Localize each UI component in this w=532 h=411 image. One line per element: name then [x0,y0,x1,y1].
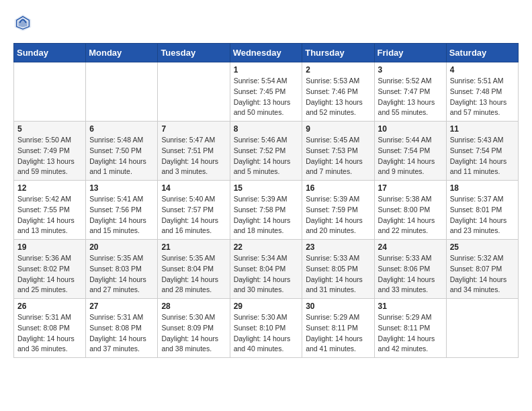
weekday-saturday: Saturday [446,44,518,62]
day-info-7: Sunrise: 5:47 AM Sunset: 7:51 PM Dayligh… [161,135,226,177]
day-number-28: 28 [161,302,226,311]
day-number-12: 12 [17,183,82,193]
day-number-8: 8 [234,124,299,134]
empty-cell [158,62,230,122]
day-number-15: 15 [234,183,299,193]
day-1: 1Sunrise: 5:54 AM Sunset: 7:45 PM Daylig… [230,62,302,122]
day-number-1: 1 [234,65,299,75]
day-info-24: Sunrise: 5:33 AM Sunset: 8:06 PM Dayligh… [378,253,443,295]
day-info-17: Sunrise: 5:38 AM Sunset: 8:00 PM Dayligh… [378,194,443,236]
day-info-8: Sunrise: 5:46 AM Sunset: 7:52 PM Dayligh… [234,135,299,177]
weekday-thursday: Thursday [302,44,374,62]
day-31: 31Sunrise: 5:29 AM Sunset: 8:11 PM Dayli… [374,299,446,358]
empty-cell [14,62,86,122]
day-number-7: 7 [161,124,226,134]
day-18: 18Sunrise: 5:37 AM Sunset: 8:01 PM Dayli… [446,181,518,240]
calendar: SundayMondayTuesdayWednesdayThursdayFrid… [13,43,519,358]
day-20: 20Sunrise: 5:35 AM Sunset: 8:03 PM Dayli… [86,240,158,299]
day-info-1: Sunrise: 5:54 AM Sunset: 7:45 PM Dayligh… [234,76,299,118]
day-22: 22Sunrise: 5:34 AM Sunset: 8:04 PM Dayli… [230,240,302,299]
day-number-16: 16 [306,183,370,193]
weekday-wednesday: Wednesday [230,44,302,62]
day-number-18: 18 [450,183,515,193]
day-25: 25Sunrise: 5:32 AM Sunset: 8:07 PM Dayli… [446,240,518,299]
day-info-23: Sunrise: 5:33 AM Sunset: 8:05 PM Dayligh… [306,253,370,295]
day-info-27: Sunrise: 5:31 AM Sunset: 8:08 PM Dayligh… [89,312,154,355]
day-29: 29Sunrise: 5:30 AM Sunset: 8:10 PM Dayli… [230,299,302,358]
day-number-27: 27 [89,302,154,311]
day-number-31: 31 [378,302,443,311]
day-info-31: Sunrise: 5:29 AM Sunset: 8:11 PM Dayligh… [378,312,443,355]
logo-icon [13,13,32,32]
day-number-6: 6 [89,124,154,134]
week-row-4: 19Sunrise: 5:36 AM Sunset: 8:02 PM Dayli… [14,240,519,299]
day-info-28: Sunrise: 5:30 AM Sunset: 8:09 PM Dayligh… [161,312,226,355]
day-number-17: 17 [378,183,443,193]
day-28: 28Sunrise: 5:30 AM Sunset: 8:09 PM Dayli… [158,299,230,358]
day-info-21: Sunrise: 5:35 AM Sunset: 8:04 PM Dayligh… [161,253,226,295]
day-9: 9Sunrise: 5:45 AM Sunset: 7:53 PM Daylig… [302,122,374,181]
week-row-2: 5Sunrise: 5:50 AM Sunset: 7:49 PM Daylig… [14,122,519,181]
day-number-14: 14 [161,183,226,193]
day-info-4: Sunrise: 5:51 AM Sunset: 7:48 PM Dayligh… [450,76,515,118]
day-info-12: Sunrise: 5:42 AM Sunset: 7:55 PM Dayligh… [17,194,82,236]
day-17: 17Sunrise: 5:38 AM Sunset: 8:00 PM Dayli… [374,181,446,240]
day-number-3: 3 [378,65,443,75]
day-info-6: Sunrise: 5:48 AM Sunset: 7:50 PM Dayligh… [89,135,154,177]
day-15: 15Sunrise: 5:39 AM Sunset: 7:58 PM Dayli… [230,181,302,240]
day-number-21: 21 [161,242,226,252]
day-info-5: Sunrise: 5:50 AM Sunset: 7:49 PM Dayligh… [17,135,82,177]
day-6: 6Sunrise: 5:48 AM Sunset: 7:50 PM Daylig… [86,122,158,181]
day-number-2: 2 [306,65,370,75]
weekday-sunday: Sunday [14,44,86,62]
day-11: 11Sunrise: 5:43 AM Sunset: 7:54 PM Dayli… [446,122,518,181]
day-number-5: 5 [17,124,82,134]
day-number-10: 10 [378,124,443,134]
weekday-monday: Monday [86,44,158,62]
day-number-19: 19 [17,242,82,252]
day-24: 24Sunrise: 5:33 AM Sunset: 8:06 PM Dayli… [374,240,446,299]
day-13: 13Sunrise: 5:41 AM Sunset: 7:56 PM Dayli… [86,181,158,240]
day-3: 3Sunrise: 5:52 AM Sunset: 7:47 PM Daylig… [374,62,446,122]
day-info-19: Sunrise: 5:36 AM Sunset: 8:02 PM Dayligh… [17,253,82,295]
day-info-22: Sunrise: 5:34 AM Sunset: 8:04 PM Dayligh… [234,253,299,295]
week-row-5: 26Sunrise: 5:31 AM Sunset: 8:08 PM Dayli… [14,299,519,358]
page-header [13,13,519,32]
day-23: 23Sunrise: 5:33 AM Sunset: 8:05 PM Dayli… [302,240,374,299]
day-5: 5Sunrise: 5:50 AM Sunset: 7:49 PM Daylig… [14,122,86,181]
day-info-9: Sunrise: 5:45 AM Sunset: 7:53 PM Dayligh… [306,135,370,177]
week-row-3: 12Sunrise: 5:42 AM Sunset: 7:55 PM Dayli… [14,181,519,240]
day-info-26: Sunrise: 5:31 AM Sunset: 8:08 PM Dayligh… [17,312,82,355]
day-info-16: Sunrise: 5:39 AM Sunset: 7:59 PM Dayligh… [306,194,370,236]
day-info-3: Sunrise: 5:52 AM Sunset: 7:47 PM Dayligh… [378,76,443,118]
day-info-13: Sunrise: 5:41 AM Sunset: 7:56 PM Dayligh… [89,194,154,236]
day-number-11: 11 [450,124,515,134]
day-info-18: Sunrise: 5:37 AM Sunset: 8:01 PM Dayligh… [450,194,515,236]
day-number-23: 23 [306,242,370,252]
day-info-11: Sunrise: 5:43 AM Sunset: 7:54 PM Dayligh… [450,135,515,177]
day-27: 27Sunrise: 5:31 AM Sunset: 8:08 PM Dayli… [86,299,158,358]
day-info-14: Sunrise: 5:40 AM Sunset: 7:57 PM Dayligh… [161,194,226,236]
day-number-13: 13 [89,183,154,193]
day-number-24: 24 [378,242,443,252]
day-21: 21Sunrise: 5:35 AM Sunset: 8:04 PM Dayli… [158,240,230,299]
day-8: 8Sunrise: 5:46 AM Sunset: 7:52 PM Daylig… [230,122,302,181]
day-number-29: 29 [234,302,299,311]
day-30: 30Sunrise: 5:29 AM Sunset: 8:11 PM Dayli… [302,299,374,358]
day-info-15: Sunrise: 5:39 AM Sunset: 7:58 PM Dayligh… [234,194,299,236]
day-26: 26Sunrise: 5:31 AM Sunset: 8:08 PM Dayli… [14,299,86,358]
week-row-1: 1Sunrise: 5:54 AM Sunset: 7:45 PM Daylig… [14,62,519,122]
day-19: 19Sunrise: 5:36 AM Sunset: 8:02 PM Dayli… [14,240,86,299]
day-number-30: 30 [306,302,370,311]
day-number-20: 20 [89,242,154,252]
day-info-25: Sunrise: 5:32 AM Sunset: 8:07 PM Dayligh… [450,253,515,295]
day-number-4: 4 [450,65,515,75]
day-16: 16Sunrise: 5:39 AM Sunset: 7:59 PM Dayli… [302,181,374,240]
day-2: 2Sunrise: 5:53 AM Sunset: 7:46 PM Daylig… [302,62,374,122]
logo [13,13,35,32]
empty-cell [86,62,158,122]
day-number-9: 9 [306,124,370,134]
day-7: 7Sunrise: 5:47 AM Sunset: 7:51 PM Daylig… [158,122,230,181]
day-info-2: Sunrise: 5:53 AM Sunset: 7:46 PM Dayligh… [306,76,370,118]
empty-cell [446,299,518,358]
